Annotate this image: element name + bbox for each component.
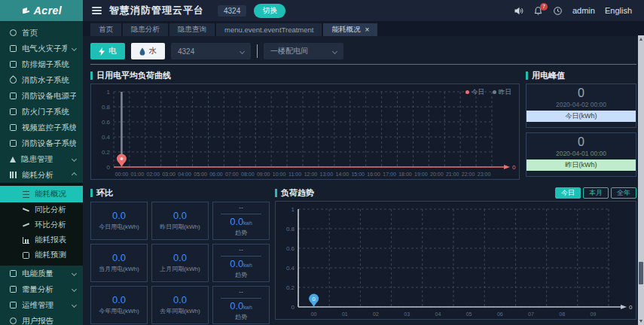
chart-legend[interactable]: 今日昨日 (465, 88, 511, 97)
svg-text:00: 00 (311, 311, 317, 317)
svg-text:07:00: 07:00 (225, 172, 239, 177)
legend-label: 今日 (472, 88, 484, 96)
sidebar-item-视频监控子系统[interactable]: 视频监控子系统 (0, 120, 83, 135)
filter-bar: 电 水 4324 一楼配电间 (90, 42, 636, 60)
svg-text:12:00: 12:00 (304, 172, 318, 177)
scroll-down-icon[interactable] (639, 320, 642, 323)
trend-numerator: -- (239, 289, 243, 296)
vertical-scrollbar[interactable] (638, 35, 644, 325)
tab-label: 隐患分析 (131, 25, 160, 35)
sidebar-item-防排烟子系统[interactable]: 防排烟子系统 (0, 56, 83, 72)
top-header: 智慧消防管理云平台 4324 切换 7 admin English (83, 0, 644, 21)
peak-section-title: 用电峰值 (526, 69, 636, 81)
electricity-toggle-button[interactable]: 电 (90, 43, 125, 59)
svg-text:0.6: 0.6 (102, 119, 111, 126)
sidebar-item-需量分析[interactable]: 需量分析 (0, 281, 83, 297)
hazard-icon (10, 156, 16, 162)
tab-隐患分析[interactable]: 隐患分析 (123, 23, 168, 36)
sidebar-item-能耗报表[interactable]: 能耗报表 (0, 232, 83, 248)
svg-text:19:00: 19:00 (414, 172, 428, 177)
range-button-本月[interactable]: 本月 (583, 187, 609, 199)
sidebar-item-运维管理[interactable]: 运维管理 (0, 297, 83, 313)
stat-label: 去年同期(kWh) (160, 307, 200, 315)
huanbi-section-title: 环比 (90, 187, 270, 199)
sidebar-collapse-icon[interactable] (92, 7, 102, 14)
sidebar-item-label: 防排烟子系统 (22, 59, 69, 70)
bell-icon[interactable]: 7 (533, 6, 543, 16)
notification-count-badge: 7 (540, 3, 548, 11)
tab-label: 隐患查询 (178, 25, 206, 35)
acrel-logo-icon (21, 6, 31, 16)
sidebar-item-能耗分析[interactable]: 能耗分析 (0, 167, 83, 183)
username[interactable]: admin (572, 6, 595, 15)
sidebar-item-消防水子系统[interactable]: 消防水子系统 (0, 72, 83, 88)
trend-divider (221, 256, 261, 257)
load-trend-chart[interactable]: 00.20.40.60.810001020304050607080900 (276, 202, 636, 319)
chevron-down-icon (72, 302, 77, 308)
tab-首页[interactable]: 首页 (90, 23, 121, 36)
stat-value: 0.0 (112, 295, 126, 305)
sidebar-item-label: 能耗报表 (35, 235, 66, 245)
sidebar-item-label: 电气火灾子系统 (22, 44, 67, 54)
sidebar-item-能耗概况[interactable]: 能耗概况 (0, 186, 83, 202)
sidebar-item-消防设备子系统[interactable]: 消防设备子系统 (0, 135, 83, 151)
svg-text:03: 03 (404, 311, 410, 317)
tab-menu.event.eventTreatment[interactable]: menu.event.eventTreatment (216, 23, 322, 36)
tab-能耗概况[interactable]: 能耗概况× (323, 23, 377, 36)
trend-unit: kwh (243, 220, 252, 226)
chevron-up-icon (72, 172, 77, 178)
sidebar-item-隐患管理[interactable]: 隐患管理 (0, 151, 83, 167)
stat-label: 当月用电(kWh) (99, 265, 139, 273)
trend-divider (221, 298, 261, 299)
trend-value: 0.0kwh (230, 301, 252, 311)
svg-text:04:00: 04:00 (178, 172, 191, 177)
stat-value: 0.0 (173, 211, 187, 221)
legend-item-昨日[interactable]: 昨日 (493, 88, 511, 97)
switch-button[interactable]: 切换 (254, 4, 285, 18)
sidebar-item-消防设备电源子系统[interactable]: 消防设备电源子系统 (0, 88, 83, 104)
volume-icon[interactable] (514, 6, 523, 16)
app-root: Acrel 首页电气火灾子系统防排烟子系统消防水子系统消防设备电源子系统防火门子… (0, 0, 644, 325)
peak-label: 昨日(kWh) (526, 159, 636, 171)
stat-label: 今年用电(kWh) (99, 307, 139, 315)
sidebar-item-同比分析[interactable]: 同比分析 (0, 202, 83, 217)
sidebar-item-label: 同比分析 (35, 205, 66, 215)
room-select[interactable]: 一楼配电间 (264, 43, 343, 59)
peak-card-yesterday: 0 2020-04-01 00:00 昨日(kWh) (526, 132, 636, 177)
trend-numerator: -- (239, 247, 243, 254)
ops-icon (10, 302, 17, 308)
acrel-logo: Acrel (0, 0, 83, 21)
legend-dot (465, 90, 469, 94)
sidebar-item-电气火灾子系统[interactable]: 电气火灾子系统 (0, 41, 83, 56)
daily-load-chart[interactable]: 00.20.40.60.8100:0001:0002:0003:0004:000… (91, 84, 519, 179)
sidebar-item-首页[interactable]: 首页 (0, 25, 83, 41)
tab-隐患查询[interactable]: 隐患查询 (169, 23, 215, 36)
range-button-今日[interactable]: 今日 (555, 187, 581, 199)
legend-item-今日[interactable]: 今日 (465, 88, 484, 97)
station-select[interactable]: 4324 (171, 43, 251, 59)
svg-text:14:00: 14:00 (336, 172, 349, 177)
sidebar-item-能耗预测[interactable]: 能耗预测 (0, 248, 83, 263)
scroll-up-icon[interactable] (639, 38, 642, 41)
water-toggle-button[interactable]: 水 (131, 43, 166, 59)
range-button-全年[interactable]: 全年 (611, 187, 636, 199)
stat-label: 上月同期(kWh) (160, 265, 200, 273)
room-select-value: 一楼配电间 (270, 46, 308, 56)
svg-text:0: 0 (107, 164, 111, 171)
chevron-down-icon (72, 287, 77, 292)
sidebar-item-防火门子系统[interactable]: 防火门子系统 (0, 104, 83, 120)
sidebar-item-电能质量[interactable]: 电能质量 (0, 266, 83, 281)
clock-icon[interactable] (553, 6, 563, 16)
chevron-down-icon (72, 271, 77, 276)
sidebar-item-环比分析[interactable]: 环比分析 (0, 217, 83, 232)
scrollbar-thumb[interactable] (639, 262, 643, 284)
stat-value: 0.0 (173, 253, 187, 263)
svg-text:0.2: 0.2 (286, 284, 295, 291)
close-tab-icon[interactable]: × (365, 26, 369, 34)
svg-text:01: 01 (342, 311, 348, 317)
sidebar-item-用户报告[interactable]: 用户报告 (0, 313, 83, 325)
language-switch[interactable]: English (605, 6, 632, 15)
peak-label: 今日(kWh) (526, 111, 636, 122)
svg-text:10:00: 10:00 (273, 172, 286, 177)
peak-value: 0 (526, 87, 636, 100)
